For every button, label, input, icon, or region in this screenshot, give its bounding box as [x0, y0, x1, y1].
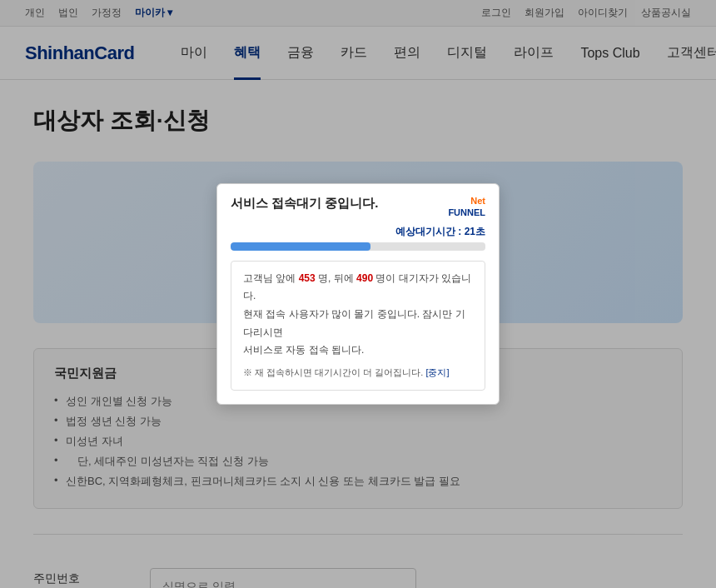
queue-title: 서비스 접속대기 중입니다. [231, 196, 379, 212]
queue-info-box: 고객님 앞에 453 명, 뒤에 490 명이 대기자가 있습니다. 현재 접속… [231, 261, 485, 391]
progress-bar-wrap [231, 242, 485, 251]
netfunnel-logo: Net FUNNEL [448, 196, 485, 217]
queue-timer-label: 예상대기시간 : [395, 226, 465, 237]
queue-body: 고객님 앞에 453 명, 뒤에 490 명이 대기자가 있습니다. 현재 접속… [217, 261, 499, 404]
queue-timer-value: 21초 [465, 226, 485, 237]
progress-bar-fill [231, 242, 370, 251]
queue-header: 서비스 접속대기 중입니다. Net FUNNEL [217, 184, 499, 224]
overlay: 서비스 접속대기 중입니다. Net FUNNEL 예상대기시간 : 21초 고… [0, 0, 716, 588]
queue-timer: 예상대기시간 : 21초 [217, 225, 499, 242]
queue-note: ※ 재 접속하시면 대기시간이 더 길어집니다. [중지] [243, 365, 473, 381]
queue-popup: 서비스 접속대기 중입니다. Net FUNNEL 예상대기시간 : 21초 고… [216, 183, 500, 404]
queue-info-line2: 현재 접속 사용자가 많이 몰기 중입니다. 잠시만 기다리시면 [243, 306, 473, 341]
queue-info-line3: 서비스로 자동 접속 됩니다. [243, 341, 473, 360]
queue-info-line1: 고객님 앞에 453 명, 뒤에 490 명이 대기자가 있습니다. [243, 270, 473, 306]
queue-stop-link[interactable]: [중지] [425, 367, 449, 377]
